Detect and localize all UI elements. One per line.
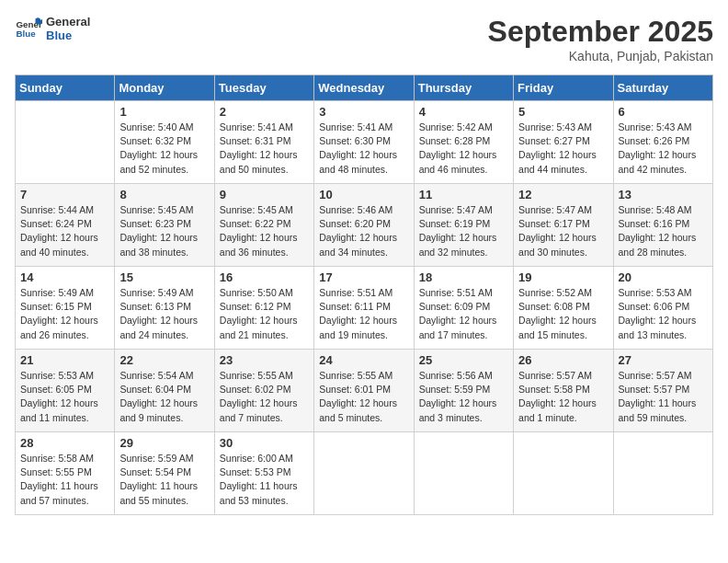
day-info: Sunrise: 5:58 AM Sunset: 5:55 PM Dayligh… xyxy=(20,452,109,508)
day-info: Sunrise: 5:42 AM Sunset: 6:28 PM Dayligh… xyxy=(419,121,508,177)
day-number: 10 xyxy=(319,188,408,201)
calendar-cell: 20Sunrise: 5:53 AM Sunset: 6:06 PM Dayli… xyxy=(613,267,712,350)
day-info: Sunrise: 5:43 AM Sunset: 6:26 PM Dayligh… xyxy=(619,121,708,177)
day-number: 13 xyxy=(619,188,708,201)
day-number: 27 xyxy=(619,353,708,367)
day-number: 12 xyxy=(518,188,608,201)
day-info: Sunrise: 5:45 AM Sunset: 6:23 PM Dayligh… xyxy=(119,203,209,259)
day-info: Sunrise: 5:53 AM Sunset: 6:05 PM Dayligh… xyxy=(20,369,109,425)
calendar-cell: 28Sunrise: 5:58 AM Sunset: 5:55 PM Dayli… xyxy=(16,432,115,515)
calendar-cell: 27Sunrise: 5:57 AM Sunset: 5:57 PM Dayli… xyxy=(613,350,712,432)
logo: General Blue General Blue xyxy=(15,15,90,42)
calendar-cell: 17Sunrise: 5:51 AM Sunset: 6:11 PM Dayli… xyxy=(314,267,414,350)
calendar-cell: 21Sunrise: 5:53 AM Sunset: 6:05 PM Dayli… xyxy=(16,350,115,432)
calendar-cell: 15Sunrise: 5:49 AM Sunset: 6:13 PM Dayli… xyxy=(115,267,214,350)
day-info: Sunrise: 5:41 AM Sunset: 6:30 PM Dayligh… xyxy=(319,121,408,177)
calendar-cell: 11Sunrise: 5:47 AM Sunset: 6:19 PM Dayli… xyxy=(414,184,513,267)
day-info: Sunrise: 6:00 AM Sunset: 5:53 PM Dayligh… xyxy=(220,452,309,508)
day-number: 9 xyxy=(220,188,309,201)
day-info: Sunrise: 5:54 AM Sunset: 6:04 PM Dayligh… xyxy=(119,369,209,425)
calendar-week-row: 1Sunrise: 5:40 AM Sunset: 6:32 PM Daylig… xyxy=(16,101,713,184)
day-info: Sunrise: 5:44 AM Sunset: 6:24 PM Dayligh… xyxy=(20,203,109,259)
day-number: 30 xyxy=(220,436,309,450)
calendar-cell xyxy=(514,432,613,515)
column-header-monday: Monday xyxy=(115,75,214,101)
logo-icon: General Blue xyxy=(15,15,42,42)
calendar-table: SundayMondayTuesdayWednesdayThursdayFrid… xyxy=(15,75,713,515)
day-number: 17 xyxy=(319,270,408,284)
day-number: 3 xyxy=(319,105,408,119)
calendar-cell: 2Sunrise: 5:41 AM Sunset: 6:31 PM Daylig… xyxy=(214,101,313,184)
logo-line2: Blue xyxy=(46,29,90,42)
calendar-cell xyxy=(414,432,513,515)
location: Kahuta, Punjab, Pakistan xyxy=(488,49,713,63)
calendar-cell: 3Sunrise: 5:41 AM Sunset: 6:30 PM Daylig… xyxy=(314,101,414,184)
calendar-cell: 4Sunrise: 5:42 AM Sunset: 6:28 PM Daylig… xyxy=(414,101,513,184)
day-info: Sunrise: 5:45 AM Sunset: 6:22 PM Dayligh… xyxy=(220,203,309,259)
day-info: Sunrise: 5:57 AM Sunset: 5:58 PM Dayligh… xyxy=(518,369,608,425)
day-number: 21 xyxy=(20,353,109,367)
calendar-cell: 13Sunrise: 5:48 AM Sunset: 6:16 PM Dayli… xyxy=(613,184,712,267)
logo-line1: General xyxy=(46,15,90,29)
day-info: Sunrise: 5:49 AM Sunset: 6:15 PM Dayligh… xyxy=(20,286,109,342)
calendar-week-row: 28Sunrise: 5:58 AM Sunset: 5:55 PM Dayli… xyxy=(16,432,713,515)
calendar-cell: 1Sunrise: 5:40 AM Sunset: 6:32 PM Daylig… xyxy=(115,101,214,184)
calendar-cell xyxy=(314,432,414,515)
day-number: 28 xyxy=(20,436,109,450)
day-info: Sunrise: 5:50 AM Sunset: 6:12 PM Dayligh… xyxy=(220,286,309,342)
day-number: 24 xyxy=(319,353,408,367)
day-number: 26 xyxy=(518,353,608,367)
calendar-cell: 7Sunrise: 5:44 AM Sunset: 6:24 PM Daylig… xyxy=(16,184,115,267)
day-number: 7 xyxy=(20,188,109,201)
day-info: Sunrise: 5:55 AM Sunset: 6:02 PM Dayligh… xyxy=(220,369,309,425)
day-number: 5 xyxy=(518,105,608,119)
day-info: Sunrise: 5:51 AM Sunset: 6:09 PM Dayligh… xyxy=(419,286,508,342)
day-info: Sunrise: 5:51 AM Sunset: 6:11 PM Dayligh… xyxy=(319,286,408,342)
calendar-header-row: SundayMondayTuesdayWednesdayThursdayFrid… xyxy=(16,75,713,101)
day-info: Sunrise: 5:59 AM Sunset: 5:54 PM Dayligh… xyxy=(119,452,209,508)
day-number: 16 xyxy=(220,270,309,284)
day-number: 18 xyxy=(419,270,508,284)
day-info: Sunrise: 5:56 AM Sunset: 5:59 PM Dayligh… xyxy=(419,369,508,425)
day-number: 15 xyxy=(119,270,209,284)
calendar-week-row: 7Sunrise: 5:44 AM Sunset: 6:24 PM Daylig… xyxy=(16,184,713,267)
calendar-cell: 9Sunrise: 5:45 AM Sunset: 6:22 PM Daylig… xyxy=(214,184,313,267)
calendar-cell: 19Sunrise: 5:52 AM Sunset: 6:08 PM Dayli… xyxy=(514,267,613,350)
day-info: Sunrise: 5:55 AM Sunset: 6:01 PM Dayligh… xyxy=(319,369,408,425)
day-info: Sunrise: 5:46 AM Sunset: 6:20 PM Dayligh… xyxy=(319,203,408,259)
day-number: 23 xyxy=(220,353,309,367)
day-number: 22 xyxy=(119,353,209,367)
calendar-cell: 25Sunrise: 5:56 AM Sunset: 5:59 PM Dayli… xyxy=(414,350,513,432)
day-info: Sunrise: 5:47 AM Sunset: 6:17 PM Dayligh… xyxy=(518,203,608,259)
day-info: Sunrise: 5:52 AM Sunset: 6:08 PM Dayligh… xyxy=(518,286,608,342)
calendar-cell xyxy=(613,432,712,515)
calendar-cell: 26Sunrise: 5:57 AM Sunset: 5:58 PM Dayli… xyxy=(514,350,613,432)
day-number: 1 xyxy=(119,105,209,119)
calendar-cell: 18Sunrise: 5:51 AM Sunset: 6:09 PM Dayli… xyxy=(414,267,513,350)
day-number: 14 xyxy=(20,270,109,284)
day-number: 8 xyxy=(119,188,209,201)
day-number: 25 xyxy=(419,353,508,367)
calendar-cell: 12Sunrise: 5:47 AM Sunset: 6:17 PM Dayli… xyxy=(514,184,613,267)
day-info: Sunrise: 5:47 AM Sunset: 6:19 PM Dayligh… xyxy=(419,203,508,259)
column-header-wednesday: Wednesday xyxy=(314,75,414,101)
calendar-week-row: 21Sunrise: 5:53 AM Sunset: 6:05 PM Dayli… xyxy=(16,350,713,432)
calendar-cell xyxy=(16,101,115,184)
calendar-cell: 30Sunrise: 6:00 AM Sunset: 5:53 PM Dayli… xyxy=(214,432,313,515)
calendar-cell: 6Sunrise: 5:43 AM Sunset: 6:26 PM Daylig… xyxy=(613,101,712,184)
calendar-cell: 22Sunrise: 5:54 AM Sunset: 6:04 PM Dayli… xyxy=(115,350,214,432)
calendar-cell: 14Sunrise: 5:49 AM Sunset: 6:15 PM Dayli… xyxy=(16,267,115,350)
calendar-cell: 23Sunrise: 5:55 AM Sunset: 6:02 PM Dayli… xyxy=(214,350,313,432)
day-info: Sunrise: 5:41 AM Sunset: 6:31 PM Dayligh… xyxy=(220,121,309,177)
svg-text:Blue: Blue xyxy=(17,29,37,39)
day-number: 4 xyxy=(419,105,508,119)
day-number: 6 xyxy=(619,105,708,119)
day-number: 19 xyxy=(518,270,608,284)
title-block: September 2025 Kahuta, Punjab, Pakistan xyxy=(488,15,713,63)
calendar-cell: 24Sunrise: 5:55 AM Sunset: 6:01 PM Dayli… xyxy=(314,350,414,432)
day-info: Sunrise: 5:48 AM Sunset: 6:16 PM Dayligh… xyxy=(619,203,708,259)
calendar-week-row: 14Sunrise: 5:49 AM Sunset: 6:15 PM Dayli… xyxy=(16,267,713,350)
column-header-sunday: Sunday xyxy=(16,75,115,101)
day-info: Sunrise: 5:49 AM Sunset: 6:13 PM Dayligh… xyxy=(119,286,209,342)
column-header-saturday: Saturday xyxy=(613,75,712,101)
